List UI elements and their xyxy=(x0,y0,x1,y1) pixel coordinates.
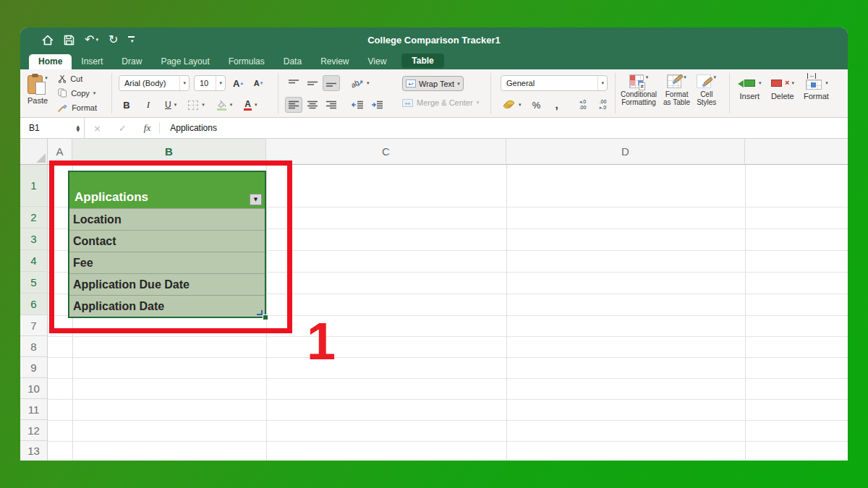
paste-icon xyxy=(27,75,43,94)
tab-draw[interactable]: Draw xyxy=(112,54,151,69)
column-header-d[interactable]: D xyxy=(506,139,745,165)
underline-caret-icon: ▾ xyxy=(174,102,177,108)
formula-content[interactable]: Applications xyxy=(160,123,217,133)
row-header-3[interactable]: 3 xyxy=(20,228,48,250)
align-middle-button[interactable] xyxy=(304,75,321,91)
format-painter-button[interactable]: Format xyxy=(58,103,97,112)
name-box-stepper[interactable]: ▲▼ xyxy=(76,124,84,132)
row-header-11[interactable]: 11 xyxy=(20,399,48,420)
orientation-button[interactable]: ab ▾ xyxy=(349,75,373,91)
row-header-10[interactable]: 10 xyxy=(20,378,48,399)
accounting-format-button[interactable]: ▾ xyxy=(501,97,524,113)
percent-style-button[interactable]: % xyxy=(529,97,545,113)
tab-review[interactable]: Review xyxy=(311,54,358,69)
decrease-decimal-button[interactable]: .00 ▸.0 xyxy=(595,97,611,113)
row-header-4[interactable]: 4 xyxy=(20,250,48,272)
format-painter-label: Format xyxy=(72,103,97,112)
fill-color-button[interactable]: ▾ xyxy=(213,97,236,113)
format-as-table-caret-icon: ▾ xyxy=(684,74,686,80)
home-icon[interactable] xyxy=(42,35,54,46)
fill-color-caret-icon: ▾ xyxy=(230,102,233,108)
row-header-8[interactable]: 8 xyxy=(20,336,48,357)
increase-font-button[interactable]: A ▴ xyxy=(230,75,246,91)
align-left-button[interactable] xyxy=(285,97,302,113)
column-header-c[interactable]: C xyxy=(266,139,506,165)
copy-button[interactable]: Copy ▾ xyxy=(58,88,97,98)
paste-caret-icon: ▾ xyxy=(45,75,48,81)
copy-caret-icon: ▾ xyxy=(93,90,96,96)
row-header-1[interactable]: 1 xyxy=(20,165,48,207)
enter-icon[interactable]: ✓ xyxy=(110,123,135,134)
format-as-table-label-2: as Table xyxy=(663,98,690,106)
bold-button[interactable]: B xyxy=(119,97,135,113)
delete-caret-icon: ▾ xyxy=(792,80,795,86)
customize-toolbar-icon[interactable]: ▾ xyxy=(128,36,135,44)
delete-cells-button[interactable]: × ▾ Delete xyxy=(771,77,795,100)
wrap-text-button[interactable]: ↩ Wrap Text ▾ xyxy=(402,76,464,91)
align-top-button[interactable] xyxy=(285,75,302,91)
cell-styles-label-2: Styles xyxy=(697,98,716,106)
increase-decimal-button[interactable]: ◂.0 .00 xyxy=(575,97,591,113)
tab-insert[interactable]: Insert xyxy=(72,54,112,69)
fill-color-icon xyxy=(216,100,227,111)
currency-coins-icon xyxy=(503,100,516,109)
align-center-button[interactable] xyxy=(304,97,321,113)
conditional-formatting-button[interactable]: ≠ ▾ Conditional Formatting xyxy=(621,74,657,106)
row-header-5[interactable]: 5 xyxy=(20,272,48,294)
merge-center-button[interactable]: ↔ Merge & Center ▾ xyxy=(402,98,479,107)
align-right-button[interactable] xyxy=(323,97,340,113)
cancel-icon[interactable]: × xyxy=(85,123,110,134)
select-all-corner[interactable] xyxy=(20,139,48,165)
decrease-font-button[interactable]: A ▾ xyxy=(250,75,266,91)
italic-button[interactable]: I xyxy=(140,97,156,113)
paste-button[interactable]: ▾ Paste xyxy=(27,73,48,114)
font-color-button[interactable]: A ▾ xyxy=(241,97,260,113)
tab-home[interactable]: Home xyxy=(29,54,72,69)
row-header-12[interactable]: 12 xyxy=(20,420,48,441)
align-bottom-button[interactable] xyxy=(323,75,340,91)
row-header-6[interactable]: 6 xyxy=(20,294,48,315)
row-header-9[interactable]: 9 xyxy=(20,357,48,378)
undo-icon[interactable]: ↶ ▾ xyxy=(85,34,98,46)
tab-view[interactable]: View xyxy=(359,54,396,69)
ribbon: ▾ Paste Cut Copy ▾ xyxy=(20,69,848,118)
gridline xyxy=(48,399,848,400)
number-format-select[interactable]: General ▾ xyxy=(501,75,608,91)
desktop-background: College Comparison Tracker1 ↶ ▾ ↻ ▾ xyxy=(0,0,868,488)
insert-function-icon[interactable]: fx xyxy=(135,122,159,134)
increase-indent-button[interactable] xyxy=(368,97,386,113)
comma-style-button[interactable]: , xyxy=(549,97,565,113)
comma-label: , xyxy=(555,101,558,108)
row-header-7[interactable]: 7 xyxy=(20,315,48,336)
row-header-2[interactable]: 2 xyxy=(20,207,48,228)
font-family-select[interactable]: Arial (Body) ▾ xyxy=(119,75,190,91)
row-header-13[interactable]: 13 xyxy=(20,441,48,461)
borders-icon xyxy=(188,100,198,110)
redo-icon[interactable]: ↻ xyxy=(109,34,118,46)
tab-formulas[interactable]: Formulas xyxy=(219,54,274,69)
format-as-table-button[interactable]: ▾ Format as Table xyxy=(663,74,690,106)
tab-data[interactable]: Data xyxy=(274,54,311,69)
align-top-icon xyxy=(288,79,299,87)
name-box[interactable]: B1 ▲▼ xyxy=(20,118,84,138)
decrease-font-label: A xyxy=(254,79,260,87)
align-bottom-icon xyxy=(326,79,337,87)
decrease-indent-button[interactable] xyxy=(349,97,367,113)
underline-button[interactable]: U ▾ xyxy=(162,97,179,113)
tab-page-layout[interactable]: Page Layout xyxy=(151,54,218,69)
insert-cells-button[interactable]: ▾ Insert xyxy=(738,77,762,100)
save-icon[interactable] xyxy=(64,35,75,46)
borders-button[interactable]: ▾ xyxy=(185,97,208,113)
merge-center-caret-icon: ▾ xyxy=(477,100,480,106)
font-size-select[interactable]: 10 ▾ xyxy=(194,75,226,91)
tab-table[interactable]: Table xyxy=(401,53,443,68)
paste-label: Paste xyxy=(27,96,48,105)
cell-styles-button[interactable]: ▾ Cell Styles xyxy=(697,74,716,106)
format-cells-button[interactable]: ↔ ▾ Format xyxy=(804,77,829,100)
delete-cells-icon: × xyxy=(771,77,790,90)
column-header-partial[interactable] xyxy=(745,139,848,165)
align-center-icon xyxy=(307,100,318,109)
ribbon-divider xyxy=(490,73,491,114)
cut-button[interactable]: Cut xyxy=(58,74,97,83)
gridline xyxy=(48,441,848,442)
